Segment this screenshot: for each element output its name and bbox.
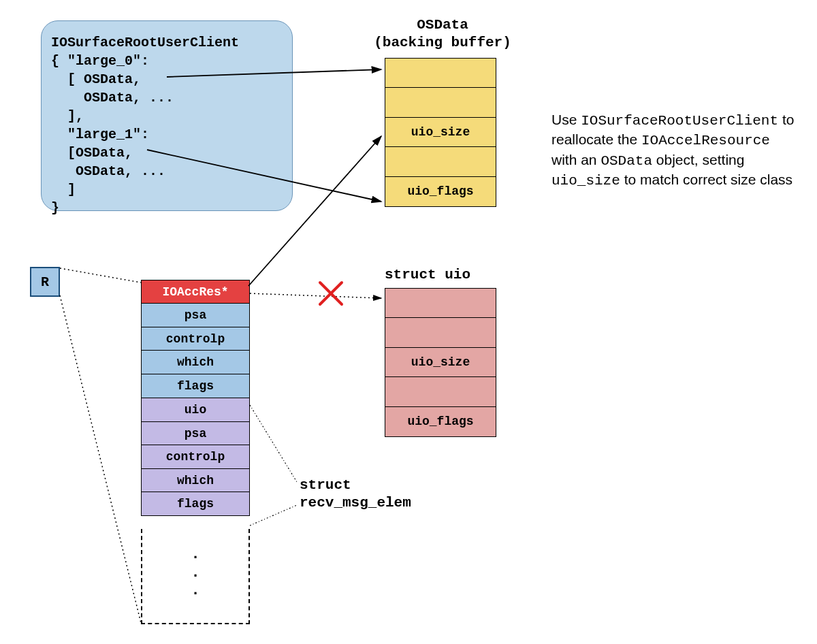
- brace-top: [250, 405, 297, 482]
- code-line: IOSurfaceRootUserClient: [51, 33, 283, 52]
- text: to match correct size class: [620, 172, 792, 187]
- uio-cell: [385, 317, 496, 348]
- osdata-title: OSData (backing buffer): [354, 16, 531, 52]
- osdata-buffer: uio_size uio_flags: [385, 59, 496, 207]
- code-line: [OSData,: [51, 144, 283, 162]
- zoom-line-bottom: [60, 295, 141, 623]
- code-line: [ OSData,: [51, 70, 283, 88]
- struct-uio-title: struct uio: [385, 267, 470, 283]
- stack-cell: which: [141, 468, 250, 493]
- text-mono: OSData: [600, 153, 652, 169]
- osdata-cell: uio_size: [385, 117, 496, 148]
- stack-cell: flags: [141, 492, 250, 516]
- text: Use: [551, 112, 581, 127]
- text-mono: IOAccelResource: [641, 133, 770, 148]
- struct-uio-buffer: uio_size uio_flags: [385, 289, 496, 437]
- recv-label-line1: struct: [300, 477, 351, 493]
- code-line: OSData, ...: [51, 162, 283, 180]
- memory-stack: IOAccRes* psa controlp which flags uio p…: [141, 280, 250, 516]
- osdata-cell: [385, 146, 496, 177]
- code-line: ],: [51, 107, 283, 125]
- uio-cell: [385, 376, 496, 407]
- code-line: OSData, ...: [51, 88, 283, 107]
- recv-msg-elem-label: struct recv_msg_elem: [300, 477, 411, 513]
- explanation-text: Use IOSurfaceRootUserClient to reallocat…: [551, 110, 797, 190]
- stack-cell: controlp: [141, 327, 250, 351]
- uio-cell: uio_size: [385, 347, 496, 378]
- stack-cell-ioaccres: IOAccRes*: [141, 280, 250, 304]
- text-mono: IOSurfaceRootUserClient: [581, 113, 778, 129]
- stack-cell: which: [141, 350, 250, 374]
- stack-cell: psa: [141, 303, 250, 327]
- arrow-ioaccres-old: [250, 293, 381, 298]
- dot: ·: [193, 585, 197, 602]
- continuation-box: · · ·: [141, 529, 250, 624]
- r-block: R: [30, 267, 60, 297]
- recv-label-line2: recv_msg_elem: [300, 495, 411, 511]
- osdata-title-line1: OSData: [417, 17, 468, 33]
- red-x-icon: [320, 283, 342, 304]
- uio-cell: [385, 288, 496, 319]
- zoom-line-top: [60, 268, 141, 283]
- dot: ·: [193, 549, 197, 566]
- osdata-cell: [385, 58, 496, 88]
- osdata-cell: [385, 87, 496, 118]
- brace-bottom: [250, 505, 297, 526]
- stack-cell: controlp: [141, 445, 250, 469]
- uio-cell: uio_flags: [385, 406, 496, 437]
- svg-line-1: [320, 283, 342, 304]
- code-line: { "large_0":: [51, 52, 283, 70]
- text: with an: [551, 152, 600, 167]
- dot: ·: [193, 567, 197, 585]
- stack-cell: flags: [141, 374, 250, 398]
- osdata-title-line2: (backing buffer): [374, 35, 511, 50]
- code-line: ]: [51, 180, 283, 199]
- text: object, setting: [652, 152, 744, 167]
- svg-line-0: [320, 283, 342, 304]
- code-line: }: [51, 199, 283, 217]
- code-line: "large_1":: [51, 125, 283, 144]
- stack-cell: psa: [141, 421, 250, 446]
- iosurface-code-block: IOSurfaceRootUserClient { "large_0": [ O…: [41, 20, 293, 211]
- osdata-cell: uio_flags: [385, 176, 496, 207]
- text-mono: uio_size: [551, 173, 620, 189]
- stack-cell: uio: [141, 398, 250, 422]
